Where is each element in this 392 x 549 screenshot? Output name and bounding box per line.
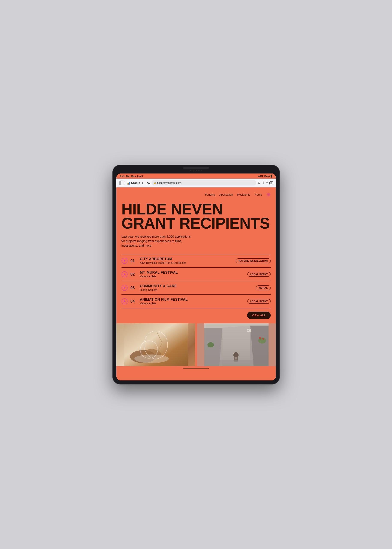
gallery-photo-sculpture [116,323,195,366]
back-button[interactable]: ‹ [142,181,143,185]
scroll-bar [183,368,209,369]
tag-badge-3: MURAL [256,285,271,290]
recipient-info-2: MT. MURAL FESTIVAL Various Artists [140,271,244,278]
status-time: 9:41 AM [120,175,130,178]
reload-button[interactable]: ↻ [258,181,260,185]
hero-title-line2: GRANT RECIPIENTS [121,216,271,230]
recipient-row: 02 MT. MURAL FESTIVAL Various Artists LO… [121,268,271,281]
recipient-row: 03 COMMUNITY & CARE Joanie Demers MURAL [121,281,271,295]
recipient-info-1: CITY ARBORETUM Aliya Reynolds, Isabel Fo… [140,257,233,264]
tag-badge-4: LOCAL EVENT [247,299,271,304]
battery-percentage: 100% [264,175,270,178]
view-all-row: VIEW ALL [121,312,271,323]
play-button-4[interactable] [121,298,127,304]
recipient-artists-4: Various Artists [140,302,244,305]
site-logo: ✳ [266,192,271,198]
recipient-title-4: ANIMATION FILM FESTIVAL [140,298,244,301]
camera-area [116,169,276,173]
recipient-info-4: ANIMATION FILM FESTIVAL Various Artists [140,298,244,305]
hero-subtitle: Last year, we received more than 8,000 a… [121,234,194,248]
tab-count-badge: ⧉ [269,181,273,185]
recipient-number-3: 03 [131,286,137,290]
recipient-row: 01 CITY ARBORETUM Aliya Reynolds, Isabel… [121,254,271,268]
hero-title: HILDE NEVEN GRANT RECIPIENTS [121,202,271,231]
recipient-artists-3: Joanie Demers [140,288,253,292]
recipient-artists-1: Aliya Reynolds, Isabel Foo & Lou Belsito [140,261,233,264]
svg-point-16 [259,337,261,339]
play-icon [124,273,126,276]
status-date: Mon Jun 5 [131,175,142,178]
aa-button[interactable]: AA [146,182,150,184]
ipad-device: 9:41 AM Mon Jun 5 WiFi 100% ▊ 📊 Grants ‹… [112,165,280,384]
photo-gallery: PT [116,323,276,366]
status-bar: 9:41 AM Mon Jun 5 WiFi 100% ▊ [116,173,276,179]
share-button[interactable]: ⬆ [262,181,265,185]
webpage-content: Funding Application Recipients Home ✳ HI… [116,187,276,380]
camera-lens [193,170,194,171]
street-svg: PT [197,323,276,366]
play-button-1[interactable] [121,258,127,264]
camera-dot [196,170,197,171]
ipad-screen: 9:41 AM Mon Jun 5 WiFi 100% ▊ 📊 Grants ‹… [116,173,276,380]
view-all-button[interactable]: VIEW ALL [247,312,271,319]
svg-point-14 [208,342,214,347]
svg-point-17 [262,338,264,340]
tabs-overview-button[interactable]: ⧉ [269,181,273,185]
svg-point-4 [134,355,169,363]
battery-icon: ▊ [271,175,273,178]
tab-label-area: 📊 Grants [127,181,140,185]
forward-button[interactable]: › [143,181,145,185]
recipient-title-1: CITY ARBORETUM [140,257,233,261]
wifi-icon: WiFi [258,175,263,178]
camera-dot [190,170,191,171]
website-nav: Funding Application Recipients Home ✳ [121,192,271,198]
nav-home[interactable]: Home [255,193,262,196]
camera-dot [198,170,200,171]
svg-rect-18 [219,360,253,366]
lock-icon: 🔒 [154,182,156,184]
camera-dot [201,170,202,171]
gallery-photo-street: PT [197,323,276,366]
recipients-list: 01 CITY ARBORETUM Aliya Reynolds, Isabel… [121,254,271,308]
hero-title-line1: HILDE NEVEN [121,202,271,216]
play-button-2[interactable] [121,271,127,277]
grants-icon: 📊 [127,181,130,185]
recipient-row: 04 ANIMATION FILM FESTIVAL Various Artis… [121,295,271,308]
svg-rect-13 [235,357,237,359]
status-icons: WiFi 100% ▊ [258,175,272,178]
play-icon [124,259,126,262]
scroll-indicator [121,366,271,371]
sidebar-toggle-button[interactable] [119,181,125,185]
sidebar-strip [119,181,121,185]
url-bar[interactable]: 🔒 hildenevengrant.com [152,180,256,185]
play-icon [124,286,126,289]
add-tab-button[interactable]: + [266,181,268,185]
recipient-number-2: 02 [131,272,137,277]
nav-application[interactable]: Application [219,193,233,196]
status-left: 9:41 AM Mon Jun 5 [120,175,143,178]
nav-recipients[interactable]: Recipients [237,193,250,196]
browser-action-buttons: ↻ ⬆ + ⧉ [258,181,273,185]
play-button-3[interactable] [121,285,127,291]
browser-toolbar: 📊 Grants ‹ › AA 🔒 hildenevengrant.com ↻ … [116,179,276,187]
tag-badge-1: NATURE INSTALLATION [236,258,271,263]
recipient-number-4: 04 [131,299,137,304]
recipient-info-3: COMMUNITY & CARE Joanie Demers [140,284,253,292]
sculpture-svg [116,323,195,366]
recipient-artists-2: Various Artists [140,275,244,278]
recipient-number-1: 01 [131,259,137,263]
url-text: hildenevengrant.com [157,181,181,185]
recipient-title-2: MT. MURAL FESTIVAL [140,271,244,274]
nav-funding[interactable]: Funding [205,193,215,196]
play-icon [124,300,126,303]
recipient-title-3: COMMUNITY & CARE [140,284,253,288]
svg-text:PT: PT [248,330,250,331]
browser-navigation: ‹ › [142,181,145,185]
tab-label: Grants [131,181,140,185]
tag-badge-2: LOCAL EVENT [247,272,271,277]
